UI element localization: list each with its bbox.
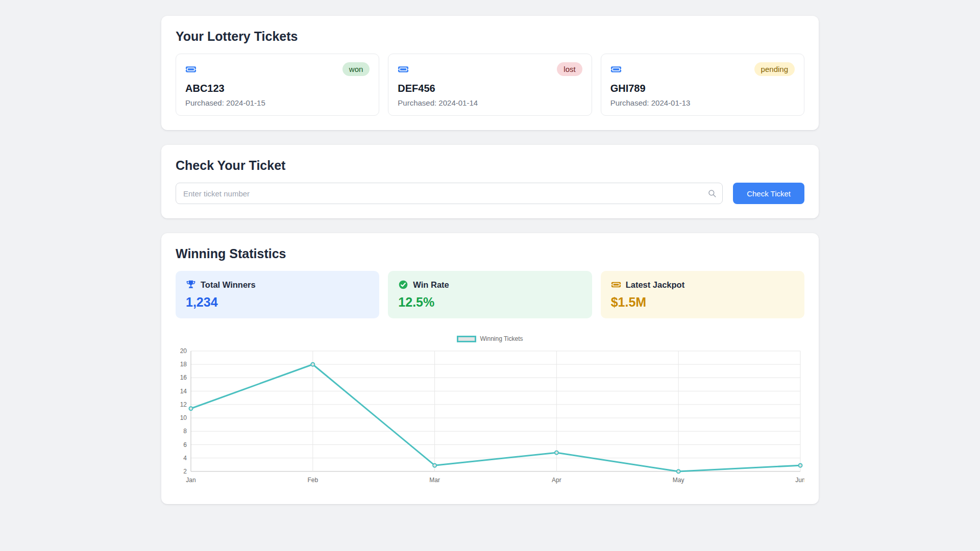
stat-card: Total Winners 1,234 xyxy=(176,271,379,318)
ticket-number: GHI789 xyxy=(610,83,795,94)
ticket-icon xyxy=(185,64,197,75)
stats-section-title: Winning Statistics xyxy=(176,246,804,261)
svg-text:Jan: Jan xyxy=(186,477,195,484)
tickets-section-title: Your Lottery Tickets xyxy=(176,29,804,44)
page-container: Your Lottery Tickets won ABC123 Purchase… xyxy=(161,0,819,504)
svg-text:6: 6 xyxy=(183,441,187,448)
svg-text:Feb: Feb xyxy=(307,477,318,484)
ticket-status-badge: pending xyxy=(754,62,795,76)
ticket-number: ABC123 xyxy=(185,83,370,94)
stat-card: Win Rate 12.5% xyxy=(388,271,592,318)
svg-text:10: 10 xyxy=(180,414,187,421)
ticket-card: lost DEF456 Purchased: 2024-01-14 xyxy=(388,54,592,116)
stat-label: Latest Jackpot xyxy=(626,280,685,290)
ticket-icon xyxy=(610,64,622,75)
ticket-card: pending GHI789 Purchased: 2024-01-13 xyxy=(601,54,804,116)
ticket-number: DEF456 xyxy=(398,83,582,94)
stat-label: Win Rate xyxy=(413,280,449,290)
legend-swatch xyxy=(457,336,476,342)
stat-value: $1.5M xyxy=(611,295,794,310)
winning-chart: 2468101214161820JanFebMarAprMayJun xyxy=(176,347,804,490)
stat-value: 1,234 xyxy=(186,295,369,310)
winning-statistics-section: Winning Statistics Total Winners 1,234 xyxy=(161,233,819,504)
search-icon xyxy=(707,189,717,198)
svg-text:Apr: Apr xyxy=(552,477,561,484)
svg-text:2: 2 xyxy=(183,468,187,475)
svg-text:Mar: Mar xyxy=(429,477,440,484)
svg-text:May: May xyxy=(673,477,684,484)
check-section-title: Check Your Ticket xyxy=(176,158,804,173)
svg-text:16: 16 xyxy=(180,374,187,381)
svg-text:4: 4 xyxy=(183,455,187,462)
ticket-purchase-date: Purchased: 2024-01-13 xyxy=(610,98,795,107)
svg-text:8: 8 xyxy=(183,428,187,435)
lottery-tickets-section: Your Lottery Tickets won ABC123 Purchase… xyxy=(161,16,819,130)
svg-text:18: 18 xyxy=(180,361,187,368)
ticket-status-badge: lost xyxy=(557,62,582,76)
legend-label: Winning Tickets xyxy=(480,335,523,342)
ticket-purchase-date: Purchased: 2024-01-15 xyxy=(185,98,370,107)
svg-text:Jun: Jun xyxy=(795,477,804,484)
chart-area: Winning Tickets 2468101214161820JanFebMa… xyxy=(176,335,804,490)
ticket-number-input[interactable] xyxy=(176,183,723,204)
ticket-purchase-date: Purchased: 2024-01-14 xyxy=(398,98,582,107)
stat-card: Latest Jackpot $1.5M xyxy=(601,271,804,318)
stat-label: Total Winners xyxy=(201,280,256,290)
check-circle-icon xyxy=(398,280,408,290)
tickets-grid: won ABC123 Purchased: 2024-01-15 lost DE… xyxy=(176,54,804,116)
ticket-card: won ABC123 Purchased: 2024-01-15 xyxy=(176,54,379,116)
svg-text:14: 14 xyxy=(180,388,187,395)
check-ticket-button[interactable]: Check Ticket xyxy=(733,183,804,204)
check-ticket-section: Check Your Ticket Check Ticket xyxy=(161,145,819,218)
stats-grid: Total Winners 1,234 Win Rate 12.5% xyxy=(176,271,804,318)
ticket-icon xyxy=(398,64,409,75)
ticket-icon xyxy=(611,280,621,290)
svg-text:20: 20 xyxy=(180,347,187,355)
stat-value: 12.5% xyxy=(398,295,581,310)
svg-text:12: 12 xyxy=(180,401,187,408)
ticket-status-badge: won xyxy=(342,62,370,76)
chart-legend-item[interactable]: Winning Tickets xyxy=(176,335,804,342)
trophy-icon xyxy=(186,280,196,290)
